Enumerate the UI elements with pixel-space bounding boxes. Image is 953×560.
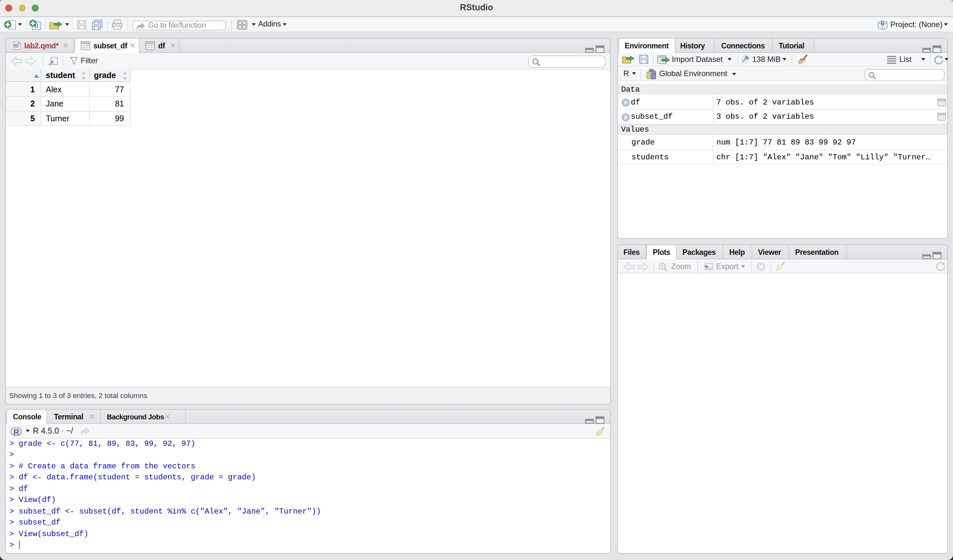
svg-text:R: R xyxy=(13,427,19,436)
svg-text:R: R xyxy=(881,20,885,26)
